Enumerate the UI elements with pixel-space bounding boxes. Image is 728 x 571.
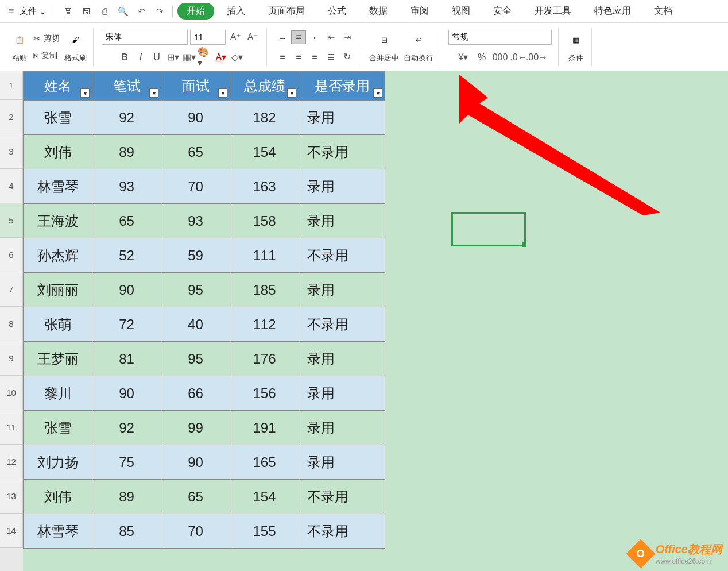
row-header[interactable]: 3 xyxy=(0,134,23,169)
font-name-select[interactable] xyxy=(102,30,188,45)
align-justify-icon[interactable]: ≣ xyxy=(323,50,338,64)
tab-view[interactable]: 视图 xyxy=(442,2,481,21)
row-header[interactable]: 14 xyxy=(0,514,23,548)
number-format-select[interactable] xyxy=(448,30,552,45)
cell-status[interactable]: 不录用 xyxy=(299,307,385,342)
cell-total[interactable]: 112 xyxy=(230,307,299,342)
increase-indent-icon[interactable]: ⇥ xyxy=(339,30,354,44)
header-written[interactable]: 笔试▾ xyxy=(92,72,161,101)
header-total[interactable]: 总成绩▾ xyxy=(230,72,299,101)
cell-name[interactable]: 张萌 xyxy=(24,307,92,342)
row-header[interactable]: 4 xyxy=(0,169,23,203)
cut-button[interactable]: ✂剪切 xyxy=(33,33,60,44)
cell-status[interactable]: 录用 xyxy=(299,101,385,135)
cell-interview[interactable]: 65 xyxy=(161,135,230,169)
decrease-indent-icon[interactable]: ⇤ xyxy=(323,30,338,44)
cell-total[interactable]: 154 xyxy=(230,480,299,514)
italic-button[interactable]: I xyxy=(133,51,148,64)
cell-written[interactable]: 81 xyxy=(92,342,161,376)
cell-total[interactable]: 155 xyxy=(230,514,299,549)
cell-name[interactable]: 王梦丽 xyxy=(24,342,92,376)
cell-status[interactable]: 不录用 xyxy=(299,514,385,549)
border-button[interactable]: ⊞▾ xyxy=(165,51,180,64)
cell-name[interactable]: 林雪琴 xyxy=(24,169,92,204)
cond-format-label[interactable]: 条件 xyxy=(568,53,583,63)
tab-formula[interactable]: 公式 xyxy=(317,2,357,21)
cell-written[interactable]: 92 xyxy=(92,101,161,135)
cell-total[interactable]: 176 xyxy=(230,342,299,376)
redo-icon[interactable]: ↷ xyxy=(152,3,168,20)
row-header[interactable]: 13 xyxy=(0,479,23,514)
increase-decimal-icon[interactable]: .0← xyxy=(511,51,526,64)
tab-security[interactable]: 安全 xyxy=(483,2,522,21)
cell-status[interactable]: 录用 xyxy=(299,204,385,238)
orientation-icon[interactable]: ↻ xyxy=(339,50,354,64)
filter-icon[interactable]: ▾ xyxy=(218,88,227,98)
row-header[interactable]: 6 xyxy=(0,238,23,272)
cell-name[interactable]: 孙杰辉 xyxy=(24,238,92,273)
align-left-icon[interactable]: ≡ xyxy=(275,50,290,64)
cell-name[interactable]: 王海波 xyxy=(24,204,92,238)
undo-icon[interactable]: ↶ xyxy=(133,3,149,20)
cell-total[interactable]: 158 xyxy=(230,204,299,238)
tab-dev-tools[interactable]: 开发工具 xyxy=(524,2,582,21)
underline-button[interactable]: U xyxy=(149,51,164,64)
cell-written[interactable]: 72 xyxy=(92,307,161,342)
tab-special[interactable]: 特色应用 xyxy=(584,2,641,21)
cell-written[interactable]: 85 xyxy=(92,514,161,549)
cond-format-icon[interactable]: ▦ xyxy=(567,31,585,49)
cell-total[interactable]: 191 xyxy=(230,411,299,445)
cell-interview[interactable]: 59 xyxy=(161,238,230,273)
header-status[interactable]: 是否录用▾ xyxy=(299,72,385,101)
cell-total[interactable]: 154 xyxy=(230,135,299,169)
cell-name[interactable]: 张雪 xyxy=(24,101,92,135)
row-header[interactable]: 8 xyxy=(0,307,23,341)
row-header[interactable]: 5 xyxy=(0,203,23,238)
cell-status[interactable]: 录用 xyxy=(299,376,385,411)
font-size-select[interactable] xyxy=(190,30,226,45)
grow-font-icon[interactable]: A⁺ xyxy=(228,30,243,44)
percent-icon[interactable]: % xyxy=(474,51,489,64)
align-right-icon[interactable]: ≡ xyxy=(307,50,322,64)
cell-total[interactable]: 163 xyxy=(230,169,299,204)
format-painter-icon[interactable]: 🖌 xyxy=(67,31,85,49)
comma-icon[interactable]: 000 xyxy=(493,51,508,64)
wrap-label[interactable]: 自动换行 xyxy=(404,53,433,63)
tab-review[interactable]: 审阅 xyxy=(400,2,439,21)
selected-cell[interactable] xyxy=(451,212,526,246)
cell-status[interactable]: 录用 xyxy=(299,445,385,480)
align-bottom-icon[interactable]: ⫟ xyxy=(307,30,322,44)
font-color-button[interactable]: A▾ xyxy=(214,51,229,64)
cell-interview[interactable]: 90 xyxy=(161,445,230,480)
cell-name[interactable]: 张雪 xyxy=(24,411,92,445)
cell-written[interactable]: 75 xyxy=(92,445,161,480)
cell-written[interactable]: 52 xyxy=(92,238,161,273)
cell-interview[interactable]: 99 xyxy=(161,411,230,445)
header-interview[interactable]: 面试▾ xyxy=(161,72,230,101)
print-icon[interactable]: ⎙ xyxy=(96,3,113,20)
tab-doc[interactable]: 文档 xyxy=(644,2,683,21)
cell-interview[interactable]: 90 xyxy=(161,101,230,135)
cell-total[interactable]: 111 xyxy=(230,238,299,273)
cell-style-button[interactable]: ▦▾ xyxy=(181,51,196,64)
cell-status[interactable]: 录用 xyxy=(299,411,385,445)
cell-status[interactable]: 不录用 xyxy=(299,480,385,514)
row-header[interactable]: 11 xyxy=(0,410,23,445)
row-header[interactable]: 10 xyxy=(0,376,23,410)
cell-interview[interactable]: 70 xyxy=(161,169,230,204)
decrease-decimal-icon[interactable]: .00→ xyxy=(529,51,544,64)
wrap-icon[interactable]: ↩ xyxy=(409,31,428,49)
cell-total[interactable]: 156 xyxy=(230,376,299,411)
paste-label[interactable]: 粘贴 xyxy=(12,53,27,63)
cell-total[interactable]: 165 xyxy=(230,445,299,480)
cell-written[interactable]: 92 xyxy=(92,411,161,445)
cell-interview[interactable]: 95 xyxy=(161,273,230,307)
header-name[interactable]: 姓名▾ xyxy=(24,72,92,101)
cell-written[interactable]: 65 xyxy=(92,204,161,238)
fill-color-button[interactable]: 🎨▾ xyxy=(198,51,212,64)
row-header[interactable]: 7 xyxy=(0,272,23,307)
tab-data[interactable]: 数据 xyxy=(359,2,398,21)
filter-icon[interactable]: ▾ xyxy=(373,88,382,98)
cell-interview[interactable]: 40 xyxy=(161,307,230,342)
merge-label[interactable]: 合并居中 xyxy=(369,53,399,63)
